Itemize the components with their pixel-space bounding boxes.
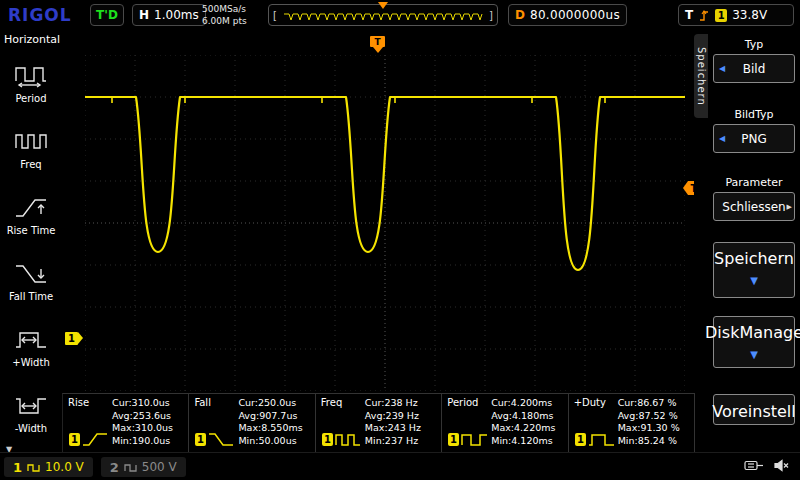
channel2-status[interactable]: 2 500 V	[101, 457, 186, 477]
preview-left-bracket: [	[273, 10, 277, 21]
channel1-scale: 10.0 V	[45, 460, 84, 474]
measure-avg: Avg:239 Hz	[365, 410, 439, 423]
sidebar-item-fall-time[interactable]: Fall Time	[0, 248, 62, 314]
preview-right-bracket: ]	[489, 10, 493, 21]
softkey-bildtyp-button[interactable]: ◀ PNG	[713, 124, 795, 153]
softkey-voreinstell: Voreinstell	[708, 394, 800, 425]
freq-measure-icon: 1	[321, 429, 363, 449]
measurement-panel-duty: +Duty 1 Cur:86.67 % Avg:87.52 % Max:91.3…	[569, 394, 695, 452]
channel2-coupling-icon	[124, 463, 137, 472]
measure-max: Max:310.0us	[112, 422, 186, 435]
measure-min: Min:190.0us	[112, 435, 186, 448]
measure-cur: Cur:4.200ms	[491, 397, 565, 410]
sidebar-item-label: -Width	[15, 423, 47, 434]
rigol-logo: RIGOL	[8, 4, 72, 26]
trigger-info-box[interactable]: T 1 33.8V	[678, 4, 794, 26]
delay-value: 80.0000000us	[530, 8, 620, 22]
measurement-name: Fall	[194, 397, 238, 408]
fall-measure-icon: 1	[194, 429, 236, 449]
sidebar-item-freq[interactable]: Freq	[0, 116, 62, 182]
softkey-value: Schliessen	[722, 200, 785, 214]
diskmanage-button[interactable]: DiskManage ▼	[713, 316, 795, 368]
softkey-title: Typ	[708, 38, 800, 51]
measure-min: Min:85.24 %	[618, 435, 692, 448]
fall-time-icon	[14, 261, 48, 287]
grid-svg	[85, 55, 685, 391]
waveform-display-area: 1 T T	[62, 30, 694, 393]
sidebar-item-minus-width[interactable]: -Width	[0, 380, 62, 446]
period-icon	[14, 63, 48, 89]
softkey-typ-button[interactable]: ◀ Bild	[713, 54, 795, 83]
measurement-panel-rise: Rise 1 Cur:310.0us Avg:253.6us Max:310.0…	[63, 394, 189, 452]
measure-min: Min:237 Hz	[365, 435, 439, 448]
sidebar-item-label: +Width	[12, 357, 49, 368]
period-measure-icon: 1	[447, 429, 489, 449]
speichern-button[interactable]: Speichern ▼	[713, 242, 795, 298]
channel2-scale: 500 V	[142, 460, 177, 474]
channel1-offset-marker[interactable]: 1	[65, 332, 78, 345]
softkey-menu: Typ ◀ Bild BildTyp ◀ PNG Parameter Schli…	[708, 30, 800, 452]
chevron-down-icon: ▼	[750, 349, 758, 360]
measurement-values: Cur:4.200ms Avg:4.180ms Max:4.220ms Min:…	[491, 397, 565, 449]
measure-avg: Avg:253.6us	[112, 410, 186, 423]
softkey-value: Bild	[743, 62, 766, 76]
horizontal-timebase-box[interactable]: H 1.00ms	[132, 4, 206, 26]
acquisition-info: 500MSa/s 6.00M pts	[202, 3, 247, 27]
menu-tab-speichern[interactable]: Speichern	[694, 34, 708, 118]
softkey-label: Speichern	[714, 249, 794, 268]
trigger-edge-icon	[698, 8, 710, 22]
trigger-position-marker[interactable]: T	[370, 36, 385, 47]
measure-cur: Cur:86.67 %	[618, 397, 692, 410]
trigger-label: T	[685, 8, 693, 22]
measurement-name: Period	[447, 397, 491, 408]
measurement-panel-fall: Fall 1 Cur:250.0us Avg:907.7us Max:8.550…	[189, 394, 315, 452]
chevron-left-icon: ◀	[719, 134, 725, 143]
measure-max: Max:4.220ms	[491, 422, 565, 435]
softkey-value: PNG	[741, 132, 767, 146]
softkey-title: Parameter	[708, 176, 800, 189]
channel1-status[interactable]: 1 10.0 V	[4, 457, 93, 477]
softkey-group-bildtyp: BildTyp ◀ PNG	[708, 108, 800, 153]
measurement-panel-period: Period 1 Cur:4.200ms Avg:4.180ms Max:4.2…	[442, 394, 568, 452]
voreinstell-button[interactable]: Voreinstell	[713, 394, 795, 425]
svg-text:1: 1	[71, 434, 78, 445]
svg-text:1: 1	[324, 434, 331, 445]
sidebar-item-label: Freq	[20, 159, 41, 170]
chevron-left-icon: ◀	[719, 64, 725, 73]
measure-max: Max:91.30 %	[618, 422, 692, 435]
softkey-label: DiskManage	[705, 323, 800, 342]
measure-cur: Cur:238 Hz	[365, 397, 439, 410]
sidebar-item-label: Fall Time	[9, 291, 53, 302]
measurement-readout-row: Rise 1 Cur:310.0us Avg:253.6us Max:310.0…	[62, 393, 695, 452]
measurement-name: Rise	[68, 397, 112, 408]
softkey-schliessen-button[interactable]: Schliessen ▶	[713, 192, 795, 221]
sidebar-item-plus-width[interactable]: +Width	[0, 314, 62, 380]
timebase-value: 1.00ms	[154, 8, 199, 22]
measurement-values: Cur:238 Hz Avg:239 Hz Max:243 Hz Min:237…	[365, 397, 439, 449]
svg-text:1: 1	[197, 434, 204, 445]
waveform-memory-preview[interactable]: [ ]	[268, 4, 498, 26]
measure-max: Max:8.550ms	[238, 422, 312, 435]
softkey-group-parameter: Parameter Schliessen ▶	[708, 176, 800, 221]
softkey-title: BildTyp	[708, 108, 800, 121]
measure-cur: Cur:250.0us	[238, 397, 312, 410]
svg-text:1: 1	[450, 434, 457, 445]
measurement-values: Cur:310.0us Avg:253.6us Max:310.0us Min:…	[112, 397, 186, 449]
rise-measure-icon: 1	[68, 429, 110, 449]
sidebar-item-period[interactable]: Period	[0, 50, 62, 116]
horizontal-label: H	[139, 8, 149, 22]
channel2-number: 2	[110, 460, 119, 475]
trigger-delay-box[interactable]: D 80.0000000us	[508, 4, 627, 26]
chevron-down-icon: ▼	[750, 275, 758, 286]
preview-trigger-marker[interactable]	[378, 2, 388, 9]
sidebar-item-label: Period	[15, 93, 46, 104]
sample-rate: 500MSa/s	[202, 3, 247, 15]
plus-width-icon	[14, 327, 48, 353]
svg-text:1: 1	[577, 434, 584, 445]
trigger-level-value: 33.8V	[732, 8, 767, 22]
measure-min: Min:50.00us	[238, 435, 312, 448]
measurement-name: Freq	[321, 397, 365, 408]
system-icons	[744, 459, 790, 472]
sidebar-item-rise-time[interactable]: Rise Time	[0, 182, 62, 248]
speaker-mute-icon	[774, 459, 790, 472]
